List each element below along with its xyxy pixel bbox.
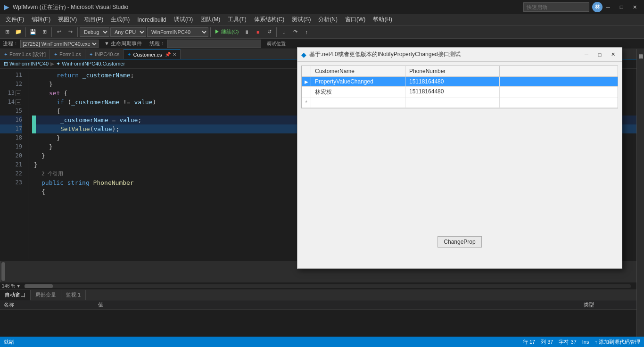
- menu-file[interactable]: 文件(F): [2, 14, 28, 25]
- tab-watch-1[interactable]: 监视 1: [61, 290, 86, 300]
- minimize-button[interactable]: ─: [603, 2, 614, 12]
- step-into-button[interactable]: ↓: [279, 27, 289, 37]
- tab-auto-window[interactable]: 自动窗口: [0, 290, 31, 300]
- line-num-18: 18: [0, 133, 22, 142]
- save-all-button[interactable]: ⊞: [39, 27, 50, 37]
- maximize-button[interactable]: □: [616, 2, 627, 12]
- undo-button[interactable]: ↩: [54, 27, 64, 37]
- line-num-13: 13 ─: [0, 89, 22, 98]
- step-over-button[interactable]: ↷: [290, 27, 300, 37]
- menu-incredibuild[interactable]: Incredibuild: [133, 14, 170, 25]
- line-num-22: 22: [0, 169, 22, 178]
- tab-pin-icon[interactable]: 📌: [165, 52, 171, 57]
- dialog-title-text: 基于.net4.0或者更低版本的INotifyPropertyChanged接口…: [309, 50, 578, 58]
- vertical-scrollbar[interactable]: [0, 261, 6, 282]
- menu-architecture[interactable]: 体系结构(C): [250, 14, 289, 25]
- save-button[interactable]: 💾: [28, 27, 38, 37]
- menu-project[interactable]: 项目(P): [81, 14, 107, 25]
- lifecycle-button[interactable]: ▼ 生命周期事件: [104, 40, 142, 47]
- status-col[interactable]: 列 37: [541, 339, 553, 346]
- dialog-maximize-button[interactable]: □: [594, 50, 605, 59]
- change-prop-button[interactable]: ChangeProp: [438, 236, 481, 248]
- toolbar-separator-5: [276, 27, 277, 37]
- start-button[interactable]: ▶ 继续(C): [213, 27, 240, 37]
- dialog-close-button[interactable]: ✕: [608, 50, 618, 59]
- menu-build[interactable]: 生成(B): [107, 14, 133, 25]
- step-out-button[interactable]: ↑: [301, 27, 312, 37]
- process-select[interactable]: [27252] WinFormINPC40.exe: [20, 40, 99, 48]
- grid-row-new[interactable]: *: [302, 98, 618, 108]
- line-num-11: 11: [0, 71, 22, 80]
- open-button[interactable]: 📁: [13, 27, 24, 37]
- grid-row-1-name[interactable]: PropertyValueChanged: [311, 77, 405, 86]
- tab-form1-design[interactable]: ✦ Form1.cs [设计]: [0, 50, 50, 59]
- menu-debug[interactable]: 调试(D): [170, 14, 197, 25]
- dialog-minimize-button[interactable]: ─: [581, 50, 592, 59]
- grid-row-2-phone[interactable]: 15118164480: [405, 87, 500, 98]
- stop-button[interactable]: ■: [253, 27, 263, 37]
- status-add-source[interactable]: ↑ 添加到源代码管理: [594, 339, 640, 346]
- zoom-level[interactable]: 146 %: [2, 283, 15, 289]
- collapse-13[interactable]: ─: [16, 91, 21, 96]
- thread-label: 线程：: [149, 40, 165, 47]
- tab-icon-inpc40: ✦: [89, 52, 93, 57]
- tab-local-vars[interactable]: 局部变量: [31, 290, 61, 300]
- tab-customer[interactable]: ✦ Customer.cs 📌 ✕: [124, 50, 180, 59]
- annotation-text: 回调堆栈报告调试器断点调试器: [638, 49, 644, 347]
- vs-logo: ▶: [4, 3, 9, 11]
- status-right: 行 17 列 37 字符 37 Ins ↑ 添加到源代码管理: [523, 339, 640, 346]
- new-project-button[interactable]: ⊞: [2, 27, 12, 37]
- tab-inpc40[interactable]: ✦ INPC40.cs: [85, 50, 124, 59]
- grid-row-2[interactable]: 林宏权 15118164480: [302, 87, 618, 98]
- pause-button[interactable]: ⏸: [241, 27, 252, 37]
- debug-config-select[interactable]: Debug: [80, 27, 109, 37]
- scroll-thumb[interactable]: [1, 262, 5, 281]
- process-label: 进程：: [3, 40, 18, 47]
- status-row[interactable]: 行 17: [523, 339, 535, 346]
- status-char[interactable]: 字符 37: [559, 339, 576, 346]
- menu-team[interactable]: 团队(M): [197, 14, 224, 25]
- tab-close-customer[interactable]: ✕: [173, 52, 176, 57]
- zoom-dropdown[interactable]: ▼: [16, 283, 21, 289]
- toolbar-separator-1: [25, 27, 26, 37]
- menu-window[interactable]: 窗口(W): [341, 14, 369, 25]
- menu-view[interactable]: 视图(V): [54, 14, 81, 25]
- menu-test[interactable]: 测试(S): [288, 14, 314, 25]
- project-select[interactable]: WinFormINPC40: [147, 27, 208, 37]
- collapse-14[interactable]: ─: [16, 99, 21, 105]
- menu-help[interactable]: 帮助(H): [369, 14, 396, 25]
- quick-launch-input[interactable]: [523, 2, 589, 12]
- menu-analyze[interactable]: 分析(N): [314, 14, 341, 25]
- line-num-17: 17: [0, 124, 22, 133]
- close-button[interactable]: ✕: [629, 2, 640, 12]
- status-ins[interactable]: Ins: [582, 339, 589, 345]
- platform-select[interactable]: Any CPU: [110, 27, 146, 37]
- line-numbers: 11 12 13 ─ 14 ─ 15 16 17 18 19 20 21: [0, 71, 28, 259]
- redo-button[interactable]: ↪: [65, 27, 75, 37]
- line-num-12: 12: [0, 80, 22, 89]
- dialog-body: CustomerName PhoneNumber ▶ PropertyValue…: [297, 62, 622, 268]
- grid-row-1-phone[interactable]: 15118164480: [405, 77, 500, 86]
- breadcrumb-left[interactable]: ⊞ WinFormINPC40: [4, 61, 49, 67]
- restart-button[interactable]: ↺: [264, 27, 274, 37]
- tab-form1[interactable]: ✦ Form1.cs: [50, 50, 85, 59]
- horizontal-scrollbar[interactable]: [25, 284, 631, 288]
- inpc-test-dialog: ◆ 基于.net4.0或者更低版本的INotifyPropertyChanged…: [297, 47, 622, 269]
- grid-col-phone-number[interactable]: PhoneNumber: [405, 66, 500, 76]
- grid-row-1[interactable]: ▶ PropertyValueChanged 15118164480: [302, 77, 618, 87]
- menu-edit[interactable]: 编辑(E): [28, 14, 54, 25]
- line-num-20: 20: [0, 151, 22, 160]
- breadcrumb-right[interactable]: ✦ WinFormINPC40.Customer: [56, 61, 125, 67]
- thread-input[interactable]: [167, 40, 261, 48]
- location-label: 调试位置: [267, 41, 286, 47]
- grid-new-row-name[interactable]: [311, 98, 405, 107]
- grid-new-row-phone[interactable]: [405, 98, 500, 107]
- tab-label-inpc40: INPC40.cs: [95, 51, 120, 57]
- right-annotation-panel: 回调堆栈报告调试器断点调试器: [636, 49, 644, 347]
- grid-row-2-name[interactable]: 林宏权: [311, 87, 405, 98]
- breadcrumb-separator: ▶: [50, 61, 54, 67]
- dialog-icon: ◆: [301, 51, 306, 58]
- horizontal-scroll-thumb[interactable]: [25, 284, 53, 288]
- grid-col-customer-name[interactable]: CustomerName: [311, 66, 405, 76]
- menu-tools[interactable]: 工具(T): [224, 14, 250, 25]
